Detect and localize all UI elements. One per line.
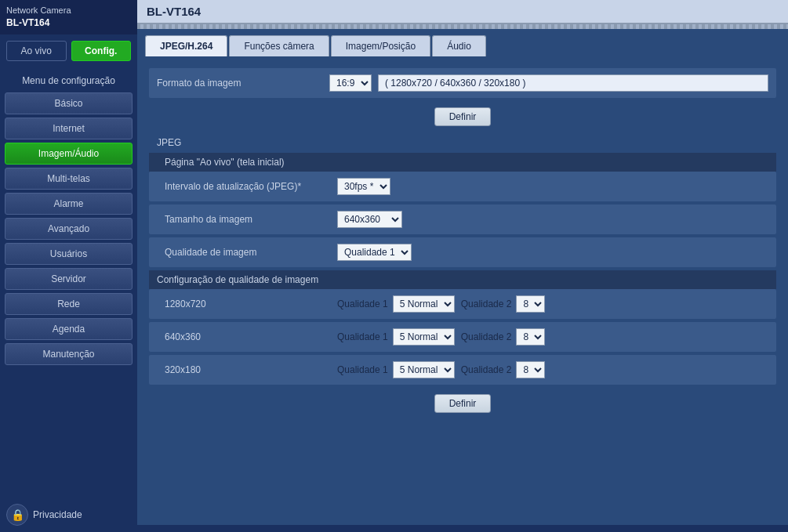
sidebar-item-agenda[interactable]: Agenda bbox=[5, 318, 133, 340]
sidebar-item-multi-telas[interactable]: Multi-telas bbox=[5, 168, 133, 190]
quality-config-row-1: 640x360 Qualidade 1 5 Normal 1 Melhor 2 … bbox=[149, 322, 776, 352]
interval-label: Intervalo de atualização (JPEG)* bbox=[165, 181, 337, 192]
sidebar-item-basico[interactable]: Básico bbox=[5, 92, 133, 114]
q1-select-2[interactable]: 5 Normal 1 Melhor 2 3 4 6 7 8 9 Pior bbox=[393, 361, 455, 378]
q1-label-1: Qualidade 1 bbox=[337, 331, 388, 342]
jpeg-section-header: JPEG bbox=[149, 132, 776, 153]
config-button[interactable]: Config. bbox=[71, 41, 132, 61]
definir-button-2[interactable]: Definir bbox=[434, 394, 492, 413]
network-camera-label: Network Camera bbox=[6, 5, 131, 16]
res-label-1: 640x360 bbox=[165, 331, 337, 342]
sidebar-header: Network Camera BL-VT164 bbox=[0, 0, 137, 34]
sidebar: Network Camera BL-VT164 Ao vivo Config. … bbox=[0, 0, 137, 532]
config-quality-header: Configuração de qualidade de imagem bbox=[149, 270, 776, 289]
format-select[interactable]: 16:9 4:3 bbox=[329, 74, 372, 92]
sidebar-item-alarme[interactable]: Alarme bbox=[5, 193, 133, 215]
menu-title: Menu de configuração bbox=[0, 67, 137, 91]
q1-group-2: Qualidade 1 5 Normal 1 Melhor 2 3 4 6 7 … bbox=[337, 361, 455, 378]
definir-row-1: Definir bbox=[149, 101, 776, 132]
interval-row: Intervalo de atualização (JPEG)* 30fps *… bbox=[149, 172, 776, 201]
format-row: Formato da imagem 16:9 4:3 ( 1280x720 / … bbox=[149, 68, 776, 98]
quality-config-row-0: 1280x720 Qualidade 1 5 Normal 1 Melhor 2… bbox=[149, 289, 776, 319]
sidebar-item-internet[interactable]: Internet bbox=[5, 118, 133, 139]
q1-label-2: Qualidade 1 bbox=[337, 364, 388, 375]
format-controls: 16:9 4:3 ( 1280x720 / 640x360 / 320x180 … bbox=[329, 74, 768, 92]
size-controls: 640x360 1280x720 320x180 bbox=[337, 211, 768, 228]
main-content: BL-VT164 JPEG/H.264 Funções câmera Image… bbox=[137, 0, 788, 532]
q1-group-0: Qualidade 1 5 Normal 1 Melhor 2 3 4 6 7 … bbox=[337, 295, 455, 313]
q2-select-1[interactable]: 8 1 2 3 4 5 6 7 9 bbox=[516, 328, 545, 346]
q1-group-1: Qualidade 1 5 Normal 1 Melhor 2 3 4 6 7 … bbox=[337, 328, 455, 346]
format-text: ( 1280x720 / 640x360 / 320x180 ) bbox=[378, 74, 768, 92]
quality-controls: Qualidade 1 Qualidade 2 bbox=[337, 244, 768, 261]
sidebar-item-imagem-audio[interactable]: Imagem/Áudio bbox=[5, 143, 133, 165]
q1-label-0: Qualidade 1 bbox=[337, 299, 388, 309]
format-label: Formato da imagem bbox=[157, 78, 329, 89]
interval-select[interactable]: 30fps * 15fps 10fps 5fps 1fps bbox=[337, 178, 390, 195]
q2-group-0: Qualidade 2 8 1 2 3 4 5 6 7 9 bbox=[461, 295, 546, 313]
sidebar-item-usuarios[interactable]: Usuários bbox=[5, 243, 133, 265]
tab-jpeg-h264[interactable]: JPEG/H.264 bbox=[145, 35, 227, 56]
page-title: BL-VT164 bbox=[137, 0, 788, 24]
size-row: Tamanho da imagem 640x360 1280x720 320x1… bbox=[149, 204, 776, 234]
privacy-footer[interactable]: 🔒 Privacidade bbox=[0, 498, 137, 532]
live-page-header: Página "Ao vivo" (tela inicial) bbox=[149, 153, 776, 172]
quality-select[interactable]: Qualidade 1 Qualidade 2 bbox=[337, 244, 412, 261]
definir-button-1[interactable]: Definir bbox=[434, 107, 492, 126]
res-label-0: 1280x720 bbox=[165, 299, 337, 309]
quality-config-controls-0: Qualidade 1 5 Normal 1 Melhor 2 3 4 6 7 … bbox=[337, 295, 768, 313]
sidebar-item-avancado[interactable]: Avançado bbox=[5, 218, 133, 240]
size-label: Tamanho da imagem bbox=[165, 214, 337, 225]
content-area: Formato da imagem 16:9 4:3 ( 1280x720 / … bbox=[137, 56, 788, 525]
quality-config-controls-2: Qualidade 1 5 Normal 1 Melhor 2 3 4 6 7 … bbox=[337, 361, 768, 378]
q2-select-0[interactable]: 8 1 2 3 4 5 6 7 9 bbox=[516, 295, 545, 313]
definir-row-2: Definir bbox=[149, 388, 776, 419]
sidebar-model: BL-VT164 bbox=[6, 16, 131, 30]
tabs-bar: JPEG/H.264 Funções câmera Imagem/Posição… bbox=[137, 29, 788, 56]
privacy-icon: 🔒 bbox=[6, 504, 28, 526]
ao-vivo-button[interactable]: Ao vivo bbox=[6, 41, 67, 61]
size-select[interactable]: 640x360 1280x720 320x180 bbox=[337, 211, 402, 228]
sidebar-top-buttons: Ao vivo Config. bbox=[0, 34, 137, 67]
interval-controls: 30fps * 15fps 10fps 5fps 1fps bbox=[337, 178, 768, 195]
quality-label: Qualidade de imagem bbox=[165, 247, 337, 258]
sidebar-item-rede[interactable]: Rede bbox=[5, 293, 133, 315]
q2-label-2: Qualidade 2 bbox=[461, 364, 512, 375]
quality-config-row-2: 320x180 Qualidade 1 5 Normal 1 Melhor 2 … bbox=[149, 355, 776, 385]
q2-group-2: Qualidade 2 8 1 2 3 4 5 6 7 9 bbox=[461, 361, 546, 378]
tab-imagem-posicao[interactable]: Imagem/Posição bbox=[331, 35, 430, 56]
quality-config-controls-1: Qualidade 1 5 Normal 1 Melhor 2 3 4 6 7 … bbox=[337, 328, 768, 346]
sidebar-item-manutencao[interactable]: Manutenção bbox=[5, 343, 133, 365]
q2-label-0: Qualidade 2 bbox=[461, 299, 512, 309]
sidebar-item-servidor[interactable]: Servidor bbox=[5, 268, 133, 290]
q1-select-0[interactable]: 5 Normal 1 Melhor 2 3 4 6 7 8 9 Pior bbox=[393, 295, 455, 313]
tab-funcoes-camera[interactable]: Funções câmera bbox=[229, 35, 329, 56]
q2-group-1: Qualidade 2 8 1 2 3 4 5 6 7 9 bbox=[461, 328, 546, 346]
q2-select-2[interactable]: 8 1 2 3 4 5 6 7 9 bbox=[516, 361, 545, 378]
q2-label-1: Qualidade 2 bbox=[461, 331, 512, 342]
res-label-2: 320x180 bbox=[165, 364, 337, 375]
privacy-label: Privacidade bbox=[33, 509, 82, 520]
q1-select-1[interactable]: 5 Normal 1 Melhor 2 3 4 6 7 8 9 Pior bbox=[393, 328, 455, 346]
quality-row: Qualidade de imagem Qualidade 1 Qualidad… bbox=[149, 237, 776, 267]
tab-audio[interactable]: Áudio bbox=[432, 35, 486, 56]
